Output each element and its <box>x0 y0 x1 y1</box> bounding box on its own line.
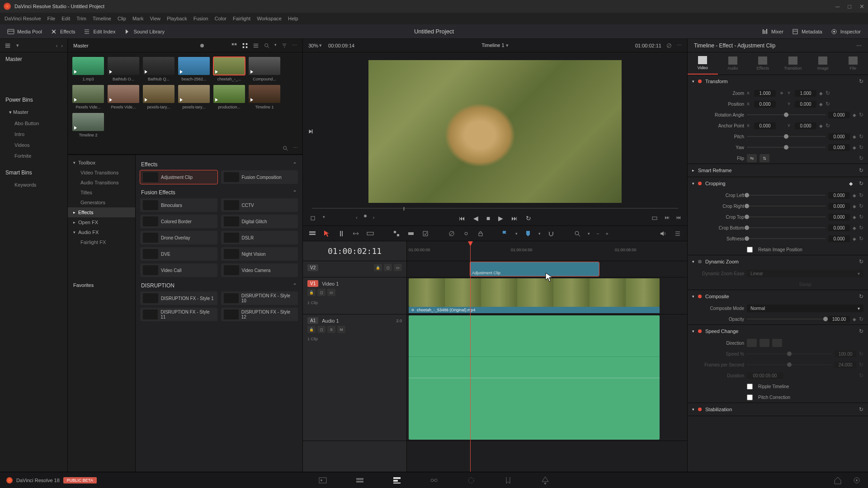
media-clip[interactable]: pexels-tary... <box>143 85 175 109</box>
fx-item[interactable]: DSLR <box>221 231 298 244</box>
page-fusion[interactable] <box>429 475 439 485</box>
go-end-button[interactable]: ⏭ <box>511 215 518 222</box>
track-v1-lock[interactable]: 🔒 <box>307 289 316 296</box>
track-header-a1[interactable]: A1 Audio 1 2.0 🔒 ◻ S M 1 Clip <box>303 314 406 441</box>
fx-item[interactable]: DISRUPTION FX - Style 1 <box>140 291 217 305</box>
transform-reset[interactable]: ↻ <box>859 78 863 84</box>
stabilization-header[interactable]: Stabilization <box>705 407 732 412</box>
media-clip[interactable]: pexels-tary... <box>178 85 210 109</box>
lock-icon[interactable] <box>476 230 485 238</box>
crop-top-reset[interactable]: ↻ <box>859 214 863 220</box>
zoom-out-icon[interactable]: − <box>596 231 599 236</box>
media-clip[interactable]: Pexels Vide... <box>108 85 139 109</box>
crop-softness-slider[interactable] <box>747 238 826 239</box>
fx-vt[interactable]: Video Transitions <box>68 168 135 178</box>
rot-reset[interactable]: ↻ <box>859 112 863 118</box>
nav-fwd[interactable]: › <box>61 43 63 48</box>
crop-top-kf[interactable]: ◆ <box>853 215 856 220</box>
metadata-toggle[interactable]: Metadata <box>792 28 822 35</box>
insert-clip-icon[interactable] <box>392 230 401 238</box>
crop-top-input[interactable]: 0.000 <box>828 214 850 221</box>
fx-fairlight[interactable]: Fairlight FX <box>68 237 135 247</box>
clip-adjustment[interactable]: Adjustment Clip <box>470 262 599 276</box>
marker-icon[interactable] <box>524 230 532 238</box>
next-edit-icon[interactable]: › <box>373 215 375 222</box>
yaw-slider[interactable] <box>747 147 826 148</box>
fx-at[interactable]: Audio Transitions <box>68 178 135 188</box>
more-icon[interactable]: ⋯ <box>292 42 297 49</box>
fx-item[interactable]: Drone Overlay <box>140 231 217 244</box>
menu-help[interactable]: Help <box>288 16 298 21</box>
crop-right-input[interactable]: 0.000 <box>828 203 850 210</box>
overwrite-clip-icon[interactable] <box>407 230 415 238</box>
anchor-x-input[interactable]: 0.000 <box>754 122 776 129</box>
smartreframe-header[interactable]: Smart Reframe <box>698 168 732 173</box>
crop-top-slider[interactable] <box>747 216 826 217</box>
fx-item[interactable]: Video Call <box>140 263 217 277</box>
opacity-reset[interactable]: ↻ <box>859 316 863 322</box>
track-v1-auto[interactable]: ▭ <box>327 289 335 296</box>
playhead[interactable] <box>470 241 471 472</box>
crop-left-slider[interactable] <box>747 195 826 196</box>
list-view-icon[interactable] <box>5 42 11 49</box>
zoom-icon[interactable] <box>573 230 581 238</box>
fx-search-icon[interactable] <box>282 145 288 151</box>
media-clip[interactable]: production... <box>213 85 245 109</box>
media-clip[interactable]: Bathtub Q... <box>143 57 175 81</box>
bin-videos[interactable]: Videos <box>0 140 67 150</box>
crop-bottom-kf[interactable]: ◆ <box>853 225 856 230</box>
menu-trim[interactable]: Trim <box>76 16 86 21</box>
crop-bottom-input[interactable]: 0.000 <box>828 225 850 231</box>
crop-kf-all[interactable]: ◆ <box>849 181 853 187</box>
menu-fairlight[interactable]: Fairlight <box>233 16 250 21</box>
yaw-kf[interactable]: ◆ <box>853 145 856 150</box>
inspector-tab-video[interactable]: Video <box>688 52 718 75</box>
viewer-more-icon[interactable]: ⋯ <box>677 42 682 49</box>
crop-right-reset[interactable]: ↻ <box>859 203 863 209</box>
zoom-in-icon[interactable]: + <box>605 231 608 236</box>
page-fairlight[interactable] <box>503 475 513 485</box>
composite-header[interactable]: Composite <box>705 294 729 299</box>
crop-reset-all[interactable]: ↻ <box>859 180 863 187</box>
page-media[interactable] <box>318 475 328 485</box>
replace-clip-icon[interactable] <box>421 230 429 238</box>
viewer[interactable] <box>303 52 687 211</box>
viewer-timeline-name[interactable]: Timeline 1 ▾ <box>481 42 508 48</box>
match-frame-icon[interactable] <box>651 215 658 222</box>
yaw-reset[interactable]: ↻ <box>859 144 863 150</box>
stop-button[interactable]: ■ <box>486 215 490 222</box>
loop-button[interactable]: ↻ <box>526 215 531 222</box>
crop-left-kf[interactable]: ◆ <box>853 193 856 198</box>
speed-header[interactable]: Speed Change <box>705 328 738 334</box>
menu-davinciresolve[interactable]: DaVinci Resolve <box>5 16 41 21</box>
track-header-v2[interactable]: V2 🔒 ◻ ▭ <box>303 261 406 277</box>
crop-soft-kf[interactable]: ◆ <box>853 236 856 241</box>
page-color[interactable] <box>466 475 476 485</box>
bin-abo[interactable]: Abo Button <box>0 118 67 129</box>
dynzoom-reset[interactable]: ↻ <box>859 258 863 265</box>
pitch-slider[interactable] <box>747 136 826 137</box>
inspector-tab-file[interactable]: File <box>838 52 868 75</box>
zoom-link-icon[interactable] <box>778 90 785 96</box>
pitch-kf[interactable]: ◆ <box>853 134 856 139</box>
menu-workspace[interactable]: Workspace <box>257 16 282 21</box>
retain-image-checkbox[interactable] <box>747 247 753 253</box>
blade-tool[interactable] <box>366 230 374 238</box>
project-settings-icon[interactable] <box>852 475 862 485</box>
rot-kf[interactable]: ◆ <box>853 113 856 117</box>
close-button[interactable]: ✕ <box>859 3 864 10</box>
dynzoom-ease-dropdown[interactable]: Linear▾ <box>747 270 863 277</box>
menu-fusion[interactable]: Fusion <box>193 16 208 21</box>
media-clip[interactable]: cheetah_-_... <box>213 57 245 81</box>
snap-icon[interactable] <box>547 230 555 238</box>
yaw-input[interactable]: 0.000 <box>828 144 850 151</box>
fx-item[interactable]: Colored Border <box>140 215 217 228</box>
fx-item[interactable]: Night Vision <box>221 247 298 261</box>
track-v1-tag[interactable]: V1 <box>307 280 318 287</box>
fx-item[interactable]: Video Camera <box>221 263 298 277</box>
prev-edit-icon[interactable]: ‹ <box>356 215 358 222</box>
zoom-kf[interactable]: ◆ <box>819 91 823 96</box>
inspector-tab-audio[interactable]: Audio <box>718 52 748 75</box>
composite-mode-dropdown[interactable]: Normal▾ <box>747 305 863 312</box>
selection-tool[interactable] <box>323 230 331 238</box>
